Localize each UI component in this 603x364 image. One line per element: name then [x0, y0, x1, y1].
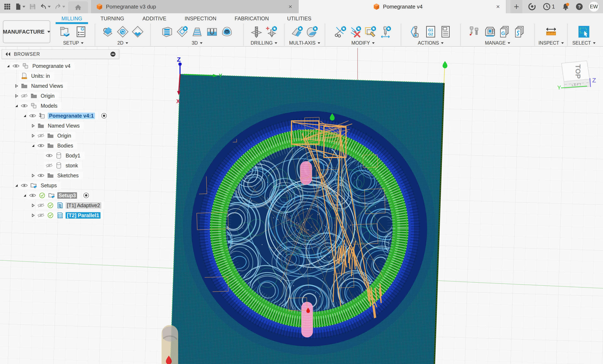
- viewport[interactable]: ZXY BROWSER Pomegranate v4Units: inNamed…: [0, 47, 603, 364]
- workspace-switcher[interactable]: MANUFACTURE: [3, 20, 50, 43]
- ribbon-group-label[interactable]: DRILLING: [251, 40, 277, 46]
- ribbon-group-label[interactable]: ACTIONS: [418, 40, 443, 46]
- adaptive3d-icon[interactable]: [161, 25, 173, 38]
- browser-row-body1[interactable]: Body1: [2, 151, 119, 161]
- ribbon-group-label[interactable]: 2D: [117, 40, 128, 46]
- ribbon-tab-additive[interactable]: ADDITIVE: [133, 14, 175, 24]
- browser-row-origin[interactable]: Origin: [2, 131, 119, 141]
- tree-caret-open[interactable]: [14, 184, 19, 187]
- postprocess-icon[interactable]: G1G2: [424, 25, 437, 38]
- visibility-eye-off-icon[interactable]: [37, 213, 45, 218]
- pocket2d-icon[interactable]: [116, 25, 129, 38]
- user-avatar[interactable]: EW: [589, 2, 599, 12]
- drillext-icon[interactable]: [265, 25, 278, 38]
- browser-row-named-views[interactable]: Named Views: [2, 121, 119, 131]
- tree-caret-open[interactable]: [22, 194, 27, 197]
- browser-row-sketches[interactable]: Sketches: [2, 170, 119, 180]
- tree-caret-open[interactable]: [5, 64, 11, 68]
- new-document-tab-button[interactable]: +: [510, 0, 522, 13]
- morph-icon[interactable]: [221, 25, 233, 38]
- setupsheet-icon[interactable]: [439, 25, 452, 38]
- browser-row--t1-adaptive2[interactable]: [T1] Adaptive2: [2, 200, 119, 210]
- undo-button[interactable]: [39, 2, 51, 11]
- tree-caret-closed[interactable]: [30, 214, 36, 217]
- tree-caret-closed[interactable]: [14, 84, 19, 88]
- document-tab-2[interactable]: Pomegranate v4×: [299, 0, 506, 13]
- visibility-eye-icon[interactable]: [29, 193, 36, 198]
- job-status-button[interactable]: 1: [542, 2, 556, 11]
- document-tab-1[interactable]: Pomegranate v3 dup×: [91, 0, 299, 13]
- pipe-icon[interactable]: [206, 25, 218, 38]
- contour2d-icon[interactable]: [131, 25, 144, 38]
- tree-caret-open[interactable]: [30, 144, 36, 147]
- collapse-panel-icon[interactable]: [5, 51, 11, 57]
- erase-icon[interactable]: [349, 25, 362, 38]
- movetool-icon[interactable]: [379, 25, 392, 38]
- templates_g-icon[interactable]: G: [499, 25, 511, 38]
- toollibrary-icon[interactable]: [469, 25, 481, 38]
- browser-row--t2-parallel1[interactable]: [T2] Parallel1: [2, 210, 119, 220]
- app-grid-button[interactable]: [3, 2, 12, 11]
- document-tab-close[interactable]: ×: [287, 3, 293, 10]
- machinelibrary-icon[interactable]: [484, 25, 496, 38]
- visibility-eye-off-icon[interactable]: [45, 163, 53, 168]
- templates_s-icon[interactable]: [514, 25, 526, 38]
- browser-row-setups[interactable]: Setups: [2, 180, 119, 190]
- tree-caret-closed[interactable]: [30, 134, 36, 138]
- drill-icon[interactable]: [250, 25, 263, 38]
- browser-row-named-views[interactable]: Named Views: [2, 81, 119, 91]
- browser-row-setup3[interactable]: Setup3: [2, 190, 119, 200]
- activate-radio-button[interactable]: [82, 192, 90, 199]
- home-view-button[interactable]: [68, 1, 88, 13]
- visibility-eye-icon[interactable]: [45, 153, 53, 158]
- notifications-button[interactable]: [561, 2, 570, 11]
- ribbon-tab-utilities[interactable]: UTILITIES: [278, 14, 321, 24]
- ribbon-group-label[interactable]: INSPECT: [538, 40, 564, 46]
- extensions-button[interactable]: [528, 2, 536, 11]
- ncprogram-icon[interactable]: G: [75, 25, 87, 38]
- browser-row-bodies[interactable]: Bodies: [2, 141, 119, 151]
- visibility-eye-icon[interactable]: [20, 183, 28, 188]
- setup-icon[interactable]: [60, 25, 72, 38]
- visibility-eye-icon[interactable]: [29, 113, 36, 118]
- redo-button[interactable]: [54, 2, 66, 11]
- view-cube[interactable]: TOP LEFT Y Z: [554, 54, 601, 96]
- tree-caret-closed[interactable]: [30, 174, 36, 177]
- ribbon-group-label[interactable]: SELECT: [572, 40, 595, 46]
- ribbon-tab-milling[interactable]: MILLING: [52, 14, 91, 24]
- browser-row-stonk[interactable]: stonk: [2, 161, 119, 170]
- visibility-eye-off-icon[interactable]: [37, 203, 45, 208]
- visibility-eye-off-icon[interactable]: [37, 133, 45, 138]
- ribbon-tab-inspection[interactable]: INSPECTION: [175, 14, 225, 24]
- swarf-icon[interactable]: [291, 25, 303, 38]
- visibility-eye-off-icon[interactable]: [20, 93, 28, 98]
- simulate-icon[interactable]: [409, 25, 422, 38]
- tree-caret-open[interactable]: [14, 104, 19, 108]
- ribbon-group-label[interactable]: 3D: [192, 40, 202, 46]
- visibility-eye-icon[interactable]: [12, 64, 20, 68]
- tree-caret-closed[interactable]: [14, 94, 19, 98]
- face2d-icon[interactable]: [102, 25, 114, 38]
- help-button[interactable]: ?: [575, 2, 583, 11]
- select-icon[interactable]: [578, 25, 590, 38]
- tree-caret-open[interactable]: [22, 114, 27, 118]
- browser-row-origin[interactable]: Origin: [2, 91, 119, 101]
- tree-caret-closed[interactable]: [30, 124, 36, 128]
- trim-icon[interactable]: [334, 25, 347, 38]
- rotary-icon[interactable]: [306, 25, 318, 38]
- ribbon-group-label[interactable]: SETUP: [63, 40, 84, 46]
- measure-icon[interactable]: [545, 25, 557, 38]
- visibility-eye-icon[interactable]: [37, 143, 45, 148]
- ribbon-tab-fabrication[interactable]: FABRICATION: [225, 14, 278, 24]
- panel-minimize-icon[interactable]: [110, 51, 116, 57]
- visibility-eye-icon[interactable]: [20, 103, 28, 108]
- document-tab-close[interactable]: ×: [495, 3, 501, 10]
- ribbon-group-label[interactable]: MULTI-AXIS: [289, 40, 320, 46]
- browser-row-pomegranate-v4[interactable]: Pomegranate v4: [2, 61, 119, 71]
- file-menu-button[interactable]: [14, 2, 26, 11]
- activate-radio-button[interactable]: [100, 112, 108, 120]
- ribbon-group-label[interactable]: MANAGE: [485, 40, 510, 46]
- editpath-icon[interactable]: [364, 25, 377, 38]
- browser-row-pomegranate-v4-1[interactable]: Pomegranate v4:1: [2, 111, 119, 121]
- steep-icon[interactable]: [191, 25, 203, 38]
